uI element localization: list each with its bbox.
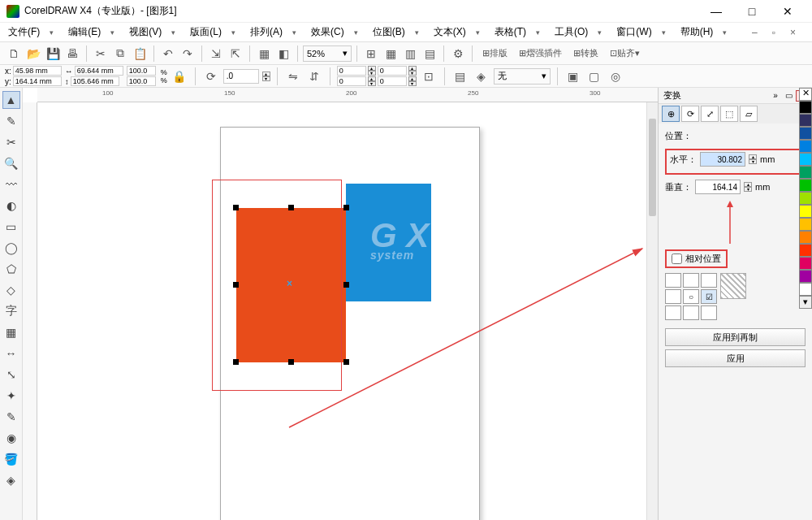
menu-bitmap[interactable]: 位图(B) xyxy=(369,24,408,41)
y-input[interactable] xyxy=(13,76,62,86)
width-input[interactable] xyxy=(75,66,123,76)
corner-lock-icon[interactable]: ⊡ xyxy=(420,67,438,85)
swatch-none[interactable]: ✕ xyxy=(799,88,812,101)
swatch[interactable] xyxy=(799,166,812,179)
tab-size-icon[interactable]: ⬚ xyxy=(720,106,738,122)
guides-icon[interactable]: ▥ xyxy=(401,45,419,63)
doc-restore-icon[interactable]: ▫ xyxy=(769,25,779,40)
lock-ratio-icon[interactable]: 🔒 xyxy=(171,67,188,85)
freehand-tool-icon[interactable]: 〰 xyxy=(2,176,20,193)
menu-window[interactable]: 窗口(W) xyxy=(613,24,654,41)
export-icon[interactable]: ⇱ xyxy=(227,45,244,63)
paiban-button[interactable]: ⊞ 排版 xyxy=(477,45,512,63)
handle-tc[interactable] xyxy=(288,205,294,210)
corner-tl[interactable] xyxy=(337,66,366,76)
handle-br[interactable] xyxy=(343,359,349,365)
dynamic-guides-icon[interactable]: ▤ xyxy=(421,45,438,63)
menu-help[interactable]: 帮助(H) xyxy=(677,24,717,41)
paste-icon[interactable]: 📋 xyxy=(131,45,149,63)
convert-button[interactable]: ⊞ 转换 xyxy=(568,45,603,63)
swatch[interactable] xyxy=(799,101,812,114)
dimension-tool-icon[interactable]: ↔ xyxy=(2,344,20,362)
interactive-fill-icon[interactable]: ◈ xyxy=(2,471,20,489)
menu-file[interactable]: 文件(F) xyxy=(5,24,43,41)
to-back-icon[interactable]: ▢ xyxy=(585,67,603,85)
anchor-tl[interactable] xyxy=(665,273,681,288)
close-button[interactable]: ✕ xyxy=(770,0,806,23)
app-launcher-icon[interactable]: ▦ xyxy=(255,45,273,63)
tieqi-button[interactable]: ⊡ 贴齐 ▾ xyxy=(605,45,645,63)
menu-view[interactable]: 视图(V) xyxy=(126,24,165,41)
h-down[interactable]: ▾ xyxy=(749,159,757,164)
grid-icon[interactable]: ▦ xyxy=(382,45,400,63)
ruler-vertical[interactable] xyxy=(23,102,37,520)
cut-icon[interactable]: ✂ xyxy=(92,45,110,63)
tab-scale-icon[interactable]: ⤢ xyxy=(701,106,719,122)
anchor-bc[interactable] xyxy=(683,306,699,320)
wrap-style[interactable]: 无▾ xyxy=(494,68,551,84)
basic-shapes-icon[interactable]: ◇ xyxy=(2,281,20,299)
doc-close-icon[interactable]: × xyxy=(787,25,799,40)
swatch[interactable] xyxy=(799,114,812,127)
anchor-bl[interactable] xyxy=(665,306,681,320)
polygon-tool-icon[interactable]: ⬠ xyxy=(2,260,20,278)
ruler-horizontal[interactable]: 100 150 200 250 300 xyxy=(37,88,658,102)
swatch[interactable] xyxy=(799,257,812,270)
handle-bl[interactable] xyxy=(233,359,239,365)
palette-scroll-down-icon[interactable]: ▾ xyxy=(799,296,812,309)
swatch[interactable] xyxy=(799,140,812,153)
swatch[interactable] xyxy=(799,270,812,283)
menu-tools[interactable]: 工具(O) xyxy=(551,24,591,41)
tab-skew-icon[interactable]: ▱ xyxy=(740,106,758,122)
horizontal-input[interactable] xyxy=(700,152,745,167)
eyedropper-tool-icon[interactable]: ✎ xyxy=(2,408,20,426)
handle-bc[interactable] xyxy=(288,359,294,365)
scale-y-input[interactable] xyxy=(127,76,156,86)
undo-icon[interactable]: ↶ xyxy=(159,45,177,63)
x-input[interactable] xyxy=(13,66,62,76)
handle-tr[interactable] xyxy=(343,205,349,210)
scrollbar-vertical[interactable] xyxy=(646,102,658,520)
anchor-tc[interactable] xyxy=(683,273,699,288)
convert-curves-icon[interactable]: ◈ xyxy=(473,67,490,85)
swatch[interactable] xyxy=(799,153,812,166)
import-icon[interactable]: ⇲ xyxy=(207,45,225,63)
rot-down[interactable]: ▾ xyxy=(262,76,270,81)
convert-icon[interactable]: ◎ xyxy=(607,67,624,85)
copy-icon[interactable]: ⧉ xyxy=(111,45,129,63)
crop-tool-icon[interactable]: ✂ xyxy=(2,133,20,151)
snap-icon[interactable]: ⊞ xyxy=(362,45,380,63)
table-tool-icon[interactable]: ▦ xyxy=(2,323,20,341)
menu-layout[interactable]: 版面(L) xyxy=(187,24,225,41)
zoom-level[interactable]: 52%▾ xyxy=(303,46,352,62)
outline-tool-icon[interactable]: ◉ xyxy=(2,429,20,447)
swatch[interactable] xyxy=(799,231,812,244)
connector-tool-icon[interactable]: ⤡ xyxy=(2,366,20,384)
scroll-thumb[interactable] xyxy=(649,119,656,216)
drawing-canvas[interactable]: G Xsystem × xyxy=(37,102,658,520)
scale-x-input[interactable] xyxy=(127,66,156,76)
options-icon[interactable]: ⚙ xyxy=(449,45,467,63)
menu-edit[interactable]: 编辑(E) xyxy=(65,24,104,41)
open-icon[interactable]: 📂 xyxy=(24,45,42,63)
mirror-h-icon[interactable]: ⇋ xyxy=(284,67,302,85)
swatch[interactable] xyxy=(799,127,812,140)
save-icon[interactable]: 💾 xyxy=(44,45,62,63)
smart-fill-icon[interactable]: ◐ xyxy=(2,197,20,214)
anchor-mr[interactable]: ☑ xyxy=(701,289,717,304)
menu-arrange[interactable]: 排列(A) xyxy=(247,24,286,41)
swatch[interactable] xyxy=(799,179,812,192)
height-input[interactable] xyxy=(71,76,119,86)
shape-tool-icon[interactable]: ✎ xyxy=(2,112,20,130)
fill-tool-icon[interactable]: 🪣 xyxy=(2,450,20,468)
swatch[interactable] xyxy=(799,283,812,296)
new-icon[interactable]: 🗋 xyxy=(5,45,23,63)
center-marker-icon[interactable]: × xyxy=(287,278,292,289)
menu-table[interactable]: 表格(T) xyxy=(491,24,529,41)
zoom-tool-icon[interactable]: 🔍 xyxy=(2,154,20,172)
print-icon[interactable]: 🖶 xyxy=(63,45,81,63)
handle-mr[interactable] xyxy=(343,282,349,288)
tab-position-icon[interactable]: ⊕ xyxy=(662,106,680,122)
apply-duplicate-button[interactable]: 应用到再制 xyxy=(665,328,806,346)
anchor-br[interactable] xyxy=(701,306,717,320)
